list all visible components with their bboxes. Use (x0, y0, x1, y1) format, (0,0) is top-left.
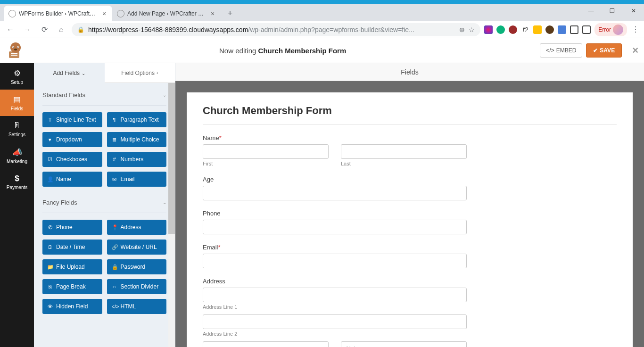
kebab-icon[interactable]: ⋮ (631, 25, 640, 34)
field-btn-paragraph-text[interactable]: ¶Paragraph Text (107, 112, 167, 127)
field-btn-name[interactable]: 👤Name (42, 172, 102, 187)
rail-setup[interactable]: ⚙Setup (0, 63, 34, 90)
extension-icon[interactable]: f? (521, 25, 529, 34)
now-editing-text: Now editing (219, 47, 258, 55)
field-email[interactable]: Email* (203, 244, 467, 268)
zoom-icon[interactable]: ⊕ (459, 26, 465, 33)
form-name: Church Membership Form (258, 47, 347, 55)
url-text: https://wordpress-156488-889399.cloudway… (88, 26, 455, 33)
field-btn-password[interactable]: 🔒Password (107, 259, 167, 274)
field-btn-website-url[interactable]: 🔗Website / URL (107, 240, 167, 255)
close-builder-button[interactable]: × (632, 44, 638, 57)
wpforms-logo[interactable] (6, 41, 25, 60)
last-name-input[interactable] (341, 144, 467, 159)
paragraph-text-icon: ¶ (112, 117, 117, 123)
new-tab-button[interactable]: + (223, 7, 237, 20)
lock-icon: 🔒 (77, 26, 84, 33)
error-chip[interactable]: Error (594, 23, 627, 36)
field-btn-address[interactable]: 📍Address (107, 220, 167, 235)
field-phone[interactable]: Phone (203, 210, 467, 234)
field-btn-checkboxes[interactable]: ☑Checkboxes (42, 152, 102, 167)
extension-icon[interactable] (570, 25, 578, 34)
url-bar[interactable]: 🔒 https://wordpress-156488-889399.cloudw… (72, 23, 480, 36)
field-btn-dropdown[interactable]: ▾Dropdown (42, 132, 102, 147)
field-age[interactable]: Age (203, 176, 467, 200)
rail-marketing[interactable]: 📣Marketing (0, 142, 34, 169)
globe-icon (117, 10, 124, 17)
embed-button[interactable]: </> EMBED (540, 43, 582, 58)
address-line1-input[interactable] (203, 288, 467, 302)
extension-icon[interactable] (509, 25, 517, 34)
city-input[interactable] (203, 341, 329, 347)
tab-field-options[interactable]: Field Options› (105, 63, 175, 83)
field-button-label: Address (121, 224, 141, 231)
form-preview[interactable]: Church Membership Form Name* First Last (187, 92, 633, 347)
close-icon[interactable]: × (101, 10, 107, 17)
field-btn-html[interactable]: </>HTML (107, 299, 167, 314)
tab-add-fields[interactable]: Add Fields⌄ (34, 63, 105, 83)
form-title[interactable]: Church Membership Form (203, 105, 617, 125)
chevron-down-icon: ⌄ (163, 92, 166, 98)
field-btn-date-time[interactable]: 🗓Date / Time (42, 240, 102, 255)
standard-fields-heading[interactable]: Standard Fields ⌄ (42, 83, 166, 106)
home-button[interactable]: ⌂ (55, 23, 68, 36)
date-time-icon: 🗓 (47, 244, 53, 250)
rail-settings[interactable]: 🎚Settings (0, 116, 34, 142)
extension-icon[interactable] (558, 25, 566, 34)
fancy-fields-heading[interactable]: Fancy Fields ⌄ (42, 190, 166, 213)
star-icon[interactable]: ☆ (469, 26, 475, 33)
field-btn-page-break[interactable]: ⎘Page Break (42, 279, 102, 294)
rail-label: Settings (8, 132, 25, 137)
minimize-button[interactable]: — (580, 4, 602, 18)
phone-input[interactable] (203, 220, 467, 234)
sidebar-scrollbar[interactable] (168, 83, 175, 347)
extension-icon[interactable] (582, 25, 591, 34)
age-input[interactable] (203, 186, 467, 200)
field-btn-hidden-field[interactable]: 👁Hidden Field (42, 299, 102, 314)
browser-tab-active[interactable]: WPForms Builder ‹ WPCrafter — ... × (4, 6, 112, 21)
gear-icon: ⚙ (14, 68, 21, 78)
browser-tab[interactable]: Add New Page ‹ WPCrafter — W... × (112, 6, 221, 21)
extension-icon[interactable] (484, 25, 493, 34)
window-titlebar (0, 0, 644, 4)
field-btn-file-upload[interactable]: 📁File Upload (42, 259, 102, 274)
hidden-field-icon: 👁 (47, 304, 53, 309)
field-btn-phone[interactable]: ✆Phone (42, 220, 102, 235)
email-input[interactable] (203, 254, 467, 268)
field-name[interactable]: Name* First Last (203, 134, 467, 166)
field-btn-numbers[interactable]: #Numbers (107, 152, 167, 167)
extension-icon[interactable] (496, 25, 505, 34)
field-address[interactable]: Address Address Line 1 Address Line 2 Al… (203, 278, 467, 347)
field-button-label: Checkboxes (56, 156, 87, 163)
field-btn-section-divider[interactable]: ↔Section Divider (107, 279, 167, 294)
tab-title: Add New Page ‹ WPCrafter — W... (127, 10, 206, 17)
rail-fields[interactable]: ▤Fields (0, 90, 34, 116)
field-label: Email* (203, 244, 467, 251)
close-window-button[interactable]: ✕ (623, 4, 644, 18)
close-icon[interactable]: × (209, 10, 216, 17)
canvas-scroll[interactable]: Church Membership Form Name* First Last (175, 81, 644, 347)
field-btn-single-line-text[interactable]: TSingle Line Text (42, 112, 102, 127)
name-icon: 👤 (47, 176, 53, 182)
extension-icon[interactable] (545, 25, 554, 34)
address-line2-input[interactable] (203, 314, 467, 329)
sublabel-addr1: Address Line 1 (203, 304, 467, 310)
reload-button[interactable]: ⟳ (38, 23, 51, 36)
state-select[interactable]: Alabama (341, 341, 467, 347)
fields-sidebar: Add Fields⌄ Field Options› Standard Fiel… (34, 63, 175, 347)
chevron-down-icon: ⌄ (82, 71, 85, 76)
rail-label: Marketing (7, 159, 27, 164)
back-button[interactable]: ← (4, 23, 17, 36)
field-btn-multiple-choice[interactable]: ≣Multiple Choice (107, 132, 167, 147)
first-name-input[interactable] (203, 144, 329, 159)
field-btn-email[interactable]: ✉Email (107, 172, 167, 187)
rail-label: Setup (11, 80, 23, 85)
save-button[interactable]: ✔ SAVE (586, 43, 622, 58)
extension-icon[interactable] (533, 25, 542, 34)
file-upload-icon: 📁 (47, 264, 53, 270)
forward-button[interactable]: → (21, 23, 34, 36)
rail-payments[interactable]: $Payments (0, 169, 34, 195)
window-controls: — ❐ ✕ (580, 4, 644, 18)
maximize-button[interactable]: ❐ (602, 4, 623, 18)
address-icon: 📍 (112, 224, 117, 231)
